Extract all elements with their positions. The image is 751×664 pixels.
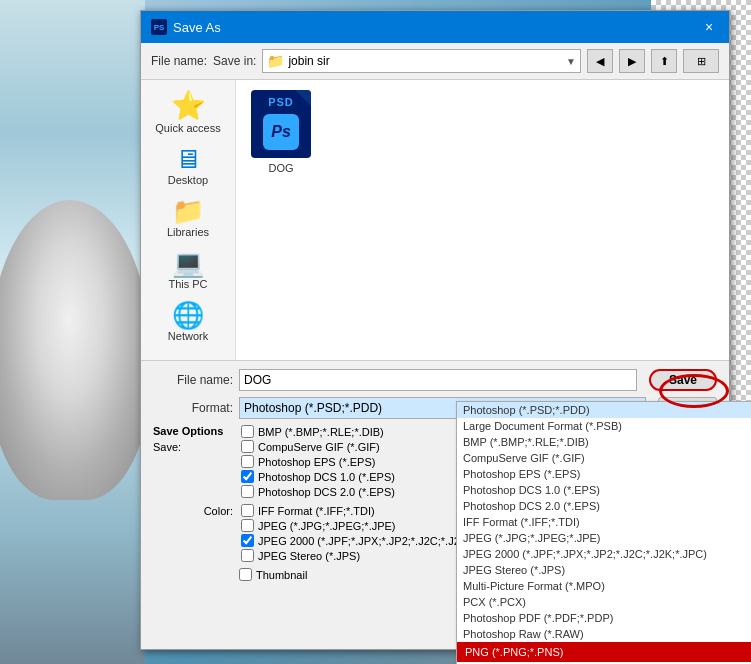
format-value: Photoshop (*.PSD;*.PDD): [244, 401, 382, 415]
back-button[interactable]: ◀: [587, 49, 613, 73]
checkbox-dcs2-input[interactable]: [241, 485, 254, 498]
sidebar-label-this-pc: This PC: [168, 278, 207, 290]
views-button[interactable]: ⊞: [683, 49, 719, 73]
checkbox-jpeg-stereo-label: JPEG Stereo (*.JPS): [258, 550, 360, 562]
dropdown-item[interactable]: Photoshop DCS 1.0 (*.EPS): [457, 482, 751, 498]
forward-button[interactable]: ▶: [619, 49, 645, 73]
dropdown-item[interactable]: Multi-Picture Format (*.MPO): [457, 578, 751, 594]
dropdown-item[interactable]: CompuServe GIF (*.GIF): [457, 450, 751, 466]
dropdown-item[interactable]: Photoshop (*.PSD;*.PDD): [457, 402, 751, 418]
dropdown-item[interactable]: Photoshop Raw (*.RAW): [457, 626, 751, 642]
psd-text: PSD: [268, 96, 294, 108]
color-label: Color:: [204, 505, 233, 517]
dropdown-item[interactable]: JPEG 2000 (*.JPF;*.JPX;*.JP2;*.J2C;*.J2K…: [457, 546, 751, 562]
checkbox-bmp-input[interactable]: [241, 425, 254, 438]
save-in-select[interactable]: 📁 jobin sir ▼: [262, 49, 581, 73]
file-item-name: DOG: [268, 162, 293, 174]
sidebar-item-desktop[interactable]: 🖥 Desktop: [146, 142, 231, 190]
sidebar-item-libraries[interactable]: 📁 Libraries: [146, 194, 231, 242]
sidebar-label-desktop: Desktop: [168, 174, 208, 186]
dog-silhouette: [0, 200, 145, 500]
dropdown-item[interactable]: Photoshop EPS (*.EPS): [457, 466, 751, 482]
format-dropdown: Photoshop (*.PSD;*.PDD)Large Document Fo…: [456, 401, 751, 664]
save-as-dialog: PS Save As × File name: Save in: 📁 jobin…: [140, 10, 730, 650]
save-options-title: Save Options: [153, 425, 233, 437]
save-in-chevron: ▼: [566, 56, 576, 67]
format-label: Format:: [153, 401, 233, 415]
dropdown-item[interactable]: Photoshop PDF (*.PDF;*.PDP): [457, 610, 751, 626]
ps-app-icon: PS: [151, 19, 167, 35]
main-content: ⭐ Quick access 🖥 Desktop 📁 Libraries 💻 T…: [141, 80, 729, 360]
dialog-title: Save As: [173, 20, 221, 35]
sidebar-label-quick-access: Quick access: [155, 122, 220, 134]
quick-access-icon: ⭐: [171, 92, 206, 120]
save-button[interactable]: Save: [649, 369, 717, 391]
checkbox-dcs1-input[interactable]: [241, 470, 254, 483]
checkbox-gif-label: CompuServe GIF (*.GIF): [258, 441, 380, 453]
file-item-dog[interactable]: PSD Ps DOG: [246, 90, 316, 174]
dialog-titlebar: PS Save As ×: [141, 11, 729, 43]
dog-background: [0, 0, 145, 664]
file-name-row: File name: Save: [153, 369, 717, 391]
checkbox-bmp-label: BMP (*.BMP;*.RLE;*.DIB): [258, 426, 384, 438]
close-button[interactable]: ×: [699, 17, 719, 37]
dropdown-item[interactable]: JPEG (*.JPG;*.JPEG;*.JPE): [457, 530, 751, 546]
checkbox-iff-label: IFF Format (*.IFF;*.TDI): [258, 505, 375, 517]
thumbnail-label: Thumbnail: [256, 569, 307, 581]
file-area: PSD Ps DOG: [236, 80, 729, 360]
sidebar-label-network: Network: [168, 330, 208, 342]
save-in-value: jobin sir: [288, 54, 329, 68]
libraries-icon: 📁: [172, 198, 204, 224]
checkbox-gif-input[interactable]: [241, 440, 254, 453]
dropdown-item[interactable]: JPEG Stereo (*.JPS): [457, 562, 751, 578]
network-icon: 🌐: [172, 302, 204, 328]
desktop-icon: 🖥: [175, 146, 201, 172]
sidebar-item-network[interactable]: 🌐 Network: [146, 298, 231, 346]
save-label: Save:: [153, 441, 233, 453]
psd-ps-logo: Ps: [263, 114, 299, 150]
dropdown-item[interactable]: BMP (*.BMP;*.RLE;*.DIB): [457, 434, 751, 450]
dropdown-item[interactable]: Photoshop DCS 2.0 (*.EPS): [457, 498, 751, 514]
save-in-label: File name:: [151, 54, 207, 68]
sidebar-label-libraries: Libraries: [167, 226, 209, 238]
psd-fold: [295, 90, 311, 106]
checkbox-jpeg-input[interactable]: [241, 519, 254, 532]
checkbox-dcs1-label: Photoshop DCS 1.0 (*.EPS): [258, 471, 395, 483]
sidebar-item-quick-access[interactable]: ⭐ Quick access: [146, 88, 231, 138]
save-options-header: Save Options Save:: [153, 425, 233, 500]
save-in-static-label: Save in:: [213, 54, 256, 68]
file-name-label: File name:: [153, 373, 233, 387]
sidebar: ⭐ Quick access 🖥 Desktop 📁 Libraries 💻 T…: [141, 80, 236, 360]
checkbox-jpeg-stereo-input[interactable]: [241, 549, 254, 562]
file-name-input[interactable]: [239, 369, 637, 391]
dropdown-item[interactable]: PNG (*.PNG;*.PNS): [457, 642, 751, 662]
up-button[interactable]: ⬆: [651, 49, 677, 73]
checkbox-jpeg-label: JPEG (*.JPG;*.JPEG;*.JPE): [258, 520, 396, 532]
this-pc-icon: 💻: [172, 250, 204, 276]
dropdown-item[interactable]: Large Document Format (*.PSB): [457, 418, 751, 434]
color-header: Color:: [153, 504, 233, 564]
save-in-toolbar: File name: Save in: 📁 jobin sir ▼ ◀ ▶ ⬆ …: [141, 43, 729, 80]
sidebar-item-this-pc[interactable]: 💻 This PC: [146, 246, 231, 294]
psd-file-icon: PSD Ps: [251, 90, 311, 158]
checkbox-eps-label: Photoshop EPS (*.EPS): [258, 456, 375, 468]
dropdown-item[interactable]: IFF Format (*.IFF;*.TDI): [457, 514, 751, 530]
checkbox-jpeg2000-input[interactable]: [241, 534, 254, 547]
checkbox-eps-input[interactable]: [241, 455, 254, 468]
dropdown-item[interactable]: PCX (*.PCX): [457, 594, 751, 610]
thumbnail-checkbox[interactable]: [239, 568, 252, 581]
title-left: PS Save As: [151, 19, 221, 35]
checkbox-dcs2-label: Photoshop DCS 2.0 (*.EPS): [258, 486, 395, 498]
checkbox-iff-input[interactable]: [241, 504, 254, 517]
